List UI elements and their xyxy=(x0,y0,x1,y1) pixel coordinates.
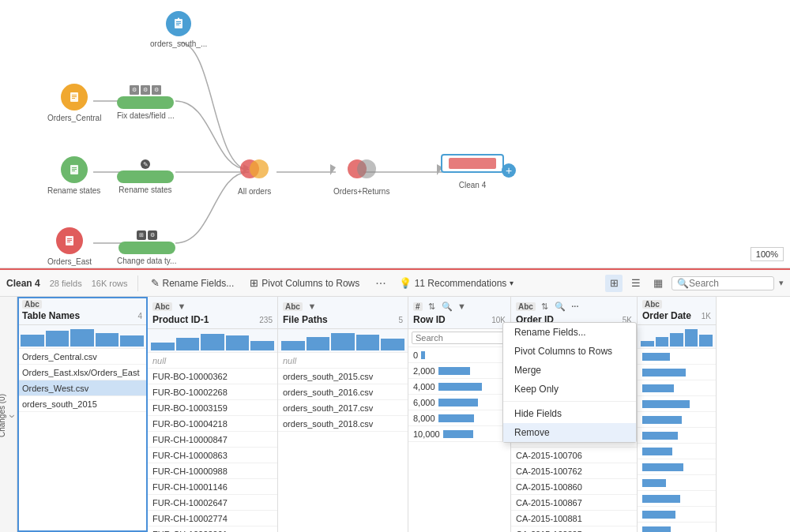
cell[interactable]: 0 xyxy=(408,347,510,363)
cell[interactable] xyxy=(638,349,716,365)
cell[interactable] xyxy=(638,491,716,507)
cell[interactable]: Orders_East.xlsx/Orders_East xyxy=(17,365,147,380)
rename-states-pill[interactable] xyxy=(117,170,174,183)
rename-fields-btn[interactable]: ✎ Rename Fields... xyxy=(148,275,238,290)
zoom-level: 100% xyxy=(750,247,784,261)
node-orders-central[interactable]: Orders_Central xyxy=(47,84,101,122)
hist-bar xyxy=(151,343,175,350)
search-icon[interactable]: 🔍 xyxy=(554,300,566,313)
cell[interactable] xyxy=(638,475,716,491)
cell[interactable]: CA-2015-100895 xyxy=(511,526,637,532)
cell[interactable]: FUR-CH-10000988 xyxy=(148,463,277,479)
cell[interactable] xyxy=(638,428,716,444)
more-icon[interactable]: ··· xyxy=(569,300,581,313)
cell[interactable]: CA-2015-100706 xyxy=(511,448,637,463)
cell[interactable]: orders_south_2015 xyxy=(17,396,147,412)
cell[interactable]: 4,000 xyxy=(408,379,510,395)
menu-rename-fields[interactable]: Rename Fields... xyxy=(503,323,636,342)
cell[interactable]: Orders_Central.csv xyxy=(17,349,147,365)
filter-icon[interactable]: ▼ xyxy=(175,300,188,313)
node-clean4[interactable]: + Clean 4 xyxy=(441,154,504,189)
filter-icon[interactable]: ▼ xyxy=(306,300,318,313)
cell[interactable]: CA-2015-100867 xyxy=(511,495,637,511)
cell[interactable]: FUR-CH-10002774 xyxy=(148,511,277,526)
cell[interactable]: CA-2015-100860 xyxy=(511,479,637,495)
cell[interactable] xyxy=(638,365,716,380)
cell[interactable]: null xyxy=(278,353,408,369)
menu-keep-only[interactable]: Keep Only xyxy=(503,380,636,399)
node-fix-dates[interactable]: ⚙ ⚙ ⚙ Orders_West Fix dates/field ... xyxy=(117,85,175,120)
menu-pivot-columns[interactable]: Pivot Columns to Rows xyxy=(503,342,636,361)
sort-icon[interactable]: ⇅ xyxy=(539,300,551,313)
node-rename-states[interactable]: ✎ Rename states xyxy=(117,159,174,194)
cell[interactable]: FUR-BO-10004218 xyxy=(148,416,277,432)
bar xyxy=(438,414,474,422)
search-icon[interactable]: 🔍 xyxy=(441,300,453,313)
svg-rect-22 xyxy=(67,238,72,239)
node-orders-returns[interactable]: Orders+Returns xyxy=(333,154,389,196)
cell[interactable] xyxy=(638,412,716,428)
node-orders-east[interactable]: Orders_East xyxy=(47,227,92,266)
menu-hide-fields[interactable]: Hide Fields xyxy=(503,404,636,423)
node-orders-west[interactable]: Rename states xyxy=(47,156,100,195)
column-file-paths: Abc ▼ File Paths 5 null orders xyxy=(278,297,408,532)
menu-merge[interactable]: Merge xyxy=(503,361,636,380)
hist-bar xyxy=(281,341,305,351)
sort-icon[interactable]: ⇅ xyxy=(426,300,438,313)
cell[interactable]: FUR-CH-10002647 xyxy=(148,495,277,511)
cell[interactable]: orders_south_2018.csv xyxy=(278,416,408,432)
cell[interactable]: FUR-CH-10001146 xyxy=(148,479,277,495)
svg-rect-16 xyxy=(72,98,75,99)
cell[interactable] xyxy=(638,380,716,396)
cell[interactable]: null xyxy=(148,353,277,369)
cell[interactable]: orders_south_2015.csv xyxy=(278,369,408,384)
cell[interactable] xyxy=(638,396,716,412)
cell[interactable]: Orders_West.csv xyxy=(17,380,147,396)
cell[interactable]: orders_south_2016.csv xyxy=(278,384,408,400)
more-options-btn[interactable]: ··· xyxy=(372,276,389,290)
cell[interactable]: FUR-CH-10000847 xyxy=(148,432,277,448)
type-badge-order-id: Abc xyxy=(516,302,536,311)
cell[interactable] xyxy=(638,444,716,459)
cell[interactable] xyxy=(638,459,716,475)
node-clean4-label: Clean 4 xyxy=(459,181,486,189)
cell[interactable]: 6,000 xyxy=(408,395,510,410)
search-dropdown-btn[interactable]: ▾ xyxy=(779,278,784,288)
fix-dates-pill[interactable] xyxy=(117,96,174,109)
pivot-columns-label: Pivot Columns to Rows xyxy=(261,278,359,289)
cell[interactable]: 2,000 xyxy=(408,363,510,379)
cell[interactable]: 10,000 xyxy=(408,426,510,442)
pivot-columns-btn[interactable]: ⊞ Pivot Columns to Rows xyxy=(246,275,363,290)
change-data-pill[interactable] xyxy=(118,242,175,254)
divider-1 xyxy=(137,275,138,291)
filter-icon[interactable]: ▼ xyxy=(456,300,468,313)
col-cells-row-id: 0 2,000 4,000 6,000 8,000 xyxy=(408,347,510,532)
cell[interactable]: FUR-BO-10002268 xyxy=(148,384,277,400)
cell[interactable] xyxy=(638,507,716,523)
cell[interactable]: CA-2015-100881 xyxy=(511,511,637,526)
column-product-id: Abc ▼ Product ID-1 235 null FU xyxy=(148,297,278,532)
cell[interactable]: FUR-CH-10000863 xyxy=(148,448,277,463)
search-input[interactable] xyxy=(689,278,768,289)
cell[interactable]: 8,000 xyxy=(408,410,510,426)
node-all-orders[interactable]: All orders xyxy=(238,154,271,196)
cell[interactable]: FUR-BO-10003159 xyxy=(148,400,277,416)
node-orders-south[interactable]: orders_south_... xyxy=(150,11,207,48)
chart-view-btn[interactable]: ▦ xyxy=(649,275,667,292)
cell[interactable]: orders_south_2017.csv xyxy=(278,400,408,416)
node-change-data[interactable]: ⊞ ⚙ Change data ty... xyxy=(117,230,176,265)
menu-remove[interactable]: Remove xyxy=(503,423,636,442)
recommendations-btn[interactable]: 💡 11 Recommendations ▾ xyxy=(399,277,514,289)
bar xyxy=(642,511,675,519)
cell[interactable]: FUR-CH-10002961 xyxy=(148,526,277,532)
col-cells-file-paths: null orders_south_2015.csv orders_south_… xyxy=(278,353,408,532)
cell[interactable] xyxy=(638,523,716,532)
hist-bar xyxy=(21,335,44,347)
cell[interactable]: CA-2015-100762 xyxy=(511,463,637,479)
bar xyxy=(642,384,674,392)
col-histogram-product-id xyxy=(148,329,277,353)
step-name: Clean 4 xyxy=(6,278,40,289)
grid-view-btn[interactable]: ⊞ xyxy=(605,275,623,292)
cell[interactable]: FUR-BO-10000362 xyxy=(148,369,277,384)
list-view-btn[interactable]: ☰ xyxy=(627,275,645,292)
